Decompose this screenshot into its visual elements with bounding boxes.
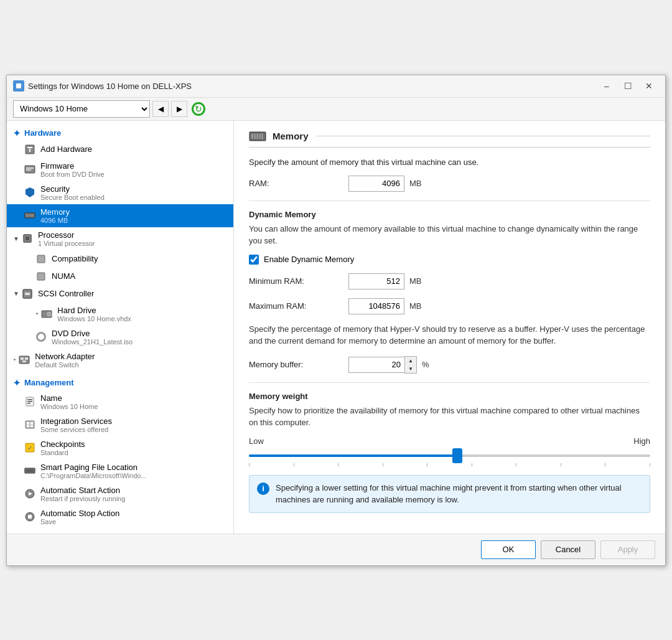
- max-ram-unit: MB: [409, 301, 422, 311]
- sidebar-item-checkpoints[interactable]: ✓ Checkpoints Standard: [7, 436, 233, 459]
- max-ram-input[interactable]: [348, 298, 404, 314]
- hardware-section-header[interactable]: ✦ Hardware: [7, 126, 233, 141]
- dvd-icon: [35, 331, 47, 342]
- cancel-button[interactable]: Cancel: [541, 540, 595, 559]
- firmware-sublabel: Boot from DVD Drive: [40, 171, 105, 178]
- svg-rect-6: [26, 167, 34, 169]
- svg-rect-29: [27, 399, 32, 400]
- sidebar-item-security[interactable]: Security Secure Boot enabled: [7, 181, 233, 204]
- dvd-sublabel: Windows_21H1_Latest.iso: [52, 338, 133, 346]
- security-label: Security: [40, 184, 105, 194]
- sidebar-item-scsi[interactable]: ▼ SCSI Controller: [7, 285, 233, 303]
- integration-icon: [24, 419, 35, 430]
- slider-high-label: High: [633, 436, 650, 446]
- sidebar-item-processor[interactable]: ▼ Processor 1 Virtual processor: [7, 227, 233, 250]
- sidebar-item-compatibility[interactable]: Compatibility: [7, 250, 233, 268]
- hardware-section-label: Hardware: [24, 128, 61, 138]
- svg-rect-27: [22, 360, 26, 362]
- enable-dynamic-checkbox[interactable]: [249, 255, 259, 265]
- checkpoint-icon: ✓: [24, 442, 35, 453]
- memory-weight-slider-section: Low High: [249, 436, 650, 466]
- security-sublabel: Secure Boot enabled: [40, 194, 105, 201]
- network-label: Network Adapter: [35, 352, 95, 361]
- window-title: Settings for Windows 10 Home on DELL-XPS: [28, 82, 597, 91]
- apply-button[interactable]: Apply: [600, 540, 655, 559]
- sidebar-item-auto-start[interactable]: Automatic Start Action Restart if previo…: [7, 482, 233, 506]
- hardware-star-icon: ✦: [13, 128, 21, 138]
- slider-filled: [249, 454, 457, 457]
- svg-rect-30: [27, 401, 32, 402]
- min-ram-label: Minimum RAM:: [249, 276, 348, 286]
- main-window: Settings for Windows 10 Home on DELL-XPS…: [6, 75, 666, 566]
- panel-title: Memory: [273, 131, 309, 141]
- svg-rect-7: [26, 169, 31, 171]
- scsi-expand-icon: ▼: [13, 290, 19, 297]
- max-ram-label: Maximum RAM:: [249, 301, 348, 311]
- svg-rect-47: [251, 134, 253, 139]
- buffer-input[interactable]: [348, 357, 404, 373]
- svg-rect-10: [26, 214, 27, 216]
- slider-thumb[interactable]: [452, 448, 462, 463]
- svg-rect-16: [26, 237, 29, 240]
- auto-stop-sublabel: Save: [40, 518, 119, 525]
- close-button[interactable]: ✕: [639, 78, 659, 93]
- dvd-label: DVD Drive: [52, 329, 133, 338]
- info-text: Specifying a lower setting for this virt…: [276, 482, 642, 506]
- dynamic-memory-title: Dynamic Memory: [249, 210, 650, 219]
- sidebar-item-smart-paging[interactable]: Smart Paging File Location C:\ProgramDat…: [7, 459, 233, 482]
- memory-weight-slider[interactable]: [249, 449, 650, 462]
- min-ram-input[interactable]: [348, 273, 404, 289]
- buffer-desc: Specify the percentage of memory that Hy…: [249, 323, 650, 347]
- sidebar-item-firmware[interactable]: Firmware Boot from DVD Drive: [7, 158, 233, 181]
- minimize-button[interactable]: –: [597, 78, 617, 93]
- buffer-increment-btn[interactable]: ▲: [405, 357, 416, 365]
- autostart-icon: [24, 488, 35, 499]
- buffer-spinner: ▲ ▼: [348, 356, 417, 374]
- nav-forward-button[interactable]: ▶: [171, 101, 187, 117]
- management-section-label: Management: [24, 378, 73, 387]
- sidebar-item-network[interactable]: + Network Adapter Default Switch: [7, 349, 233, 372]
- nav-back-button[interactable]: ◀: [152, 101, 169, 117]
- processor-expand-icon: ▼: [13, 235, 19, 242]
- sidebar-item-numa[interactable]: NUMA: [7, 268, 233, 285]
- name-sublabel: Windows 10 Home: [40, 403, 98, 410]
- panel-memory-icon: [249, 131, 266, 142]
- sidebar-item-memory[interactable]: Memory 4096 MB: [7, 204, 233, 227]
- app-icon: [13, 80, 24, 92]
- numa-label: NUMA: [52, 271, 75, 281]
- maximize-button[interactable]: ☐: [618, 78, 638, 93]
- vm-selector[interactable]: Windows 10 Home: [13, 100, 150, 118]
- main-content: ✦ Hardware Add Hardware Firmware: [7, 121, 665, 534]
- sidebar: ✦ Hardware Add Hardware Firmware: [7, 121, 234, 534]
- ok-button[interactable]: OK: [481, 540, 536, 559]
- svg-rect-36: [30, 425, 33, 427]
- sidebar-item-auto-stop[interactable]: Automatic Stop Action Save: [7, 506, 233, 529]
- svg-rect-11: [28, 214, 29, 216]
- dynamic-memory-desc: You can allow the amount of memory avail…: [249, 223, 650, 247]
- svg-rect-35: [27, 425, 29, 427]
- checkpoints-label: Checkpoints: [40, 440, 85, 449]
- ram-input[interactable]: [348, 176, 404, 192]
- slider-low-label: Low: [249, 436, 264, 446]
- scsi-icon: [22, 288, 33, 299]
- buffer-decrement-btn[interactable]: ▼: [405, 365, 416, 373]
- sidebar-item-dvd[interactable]: DVD Drive Windows_21H1_Latest.iso: [7, 326, 233, 349]
- svg-rect-13: [31, 214, 32, 216]
- svg-rect-49: [256, 134, 258, 139]
- integration-label: Integration Services: [40, 416, 112, 426]
- ram-unit: MB: [409, 179, 422, 188]
- sidebar-item-integration[interactable]: Integration Services Some services offer…: [7, 413, 233, 436]
- management-section-header[interactable]: ✦ Management: [7, 375, 233, 390]
- svg-rect-25: [21, 357, 24, 360]
- sidebar-item-name[interactable]: Name Windows 10 Home: [7, 390, 233, 413]
- refresh-button[interactable]: [190, 100, 207, 118]
- sidebar-item-hard-drive[interactable]: + Hard Drive Windows 10 Home.vhdx: [7, 303, 233, 326]
- memory-icon: [24, 210, 35, 221]
- hard-drive-expand-icon: +: [35, 311, 39, 317]
- svg-rect-21: [42, 311, 52, 318]
- weight-title: Memory weight: [249, 392, 650, 401]
- sidebar-item-add-hardware[interactable]: Add Hardware: [7, 141, 233, 158]
- hard-drive-sublabel: Windows 10 Home.vhdx: [57, 315, 131, 322]
- slider-labels: Low High: [249, 436, 650, 446]
- svg-rect-44: [28, 515, 32, 519]
